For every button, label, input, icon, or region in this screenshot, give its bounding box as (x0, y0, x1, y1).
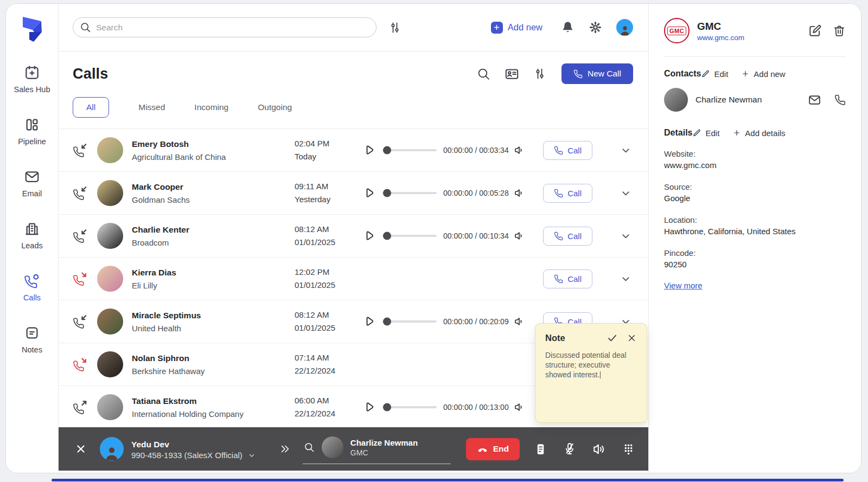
play-icon[interactable] (362, 229, 376, 243)
play-icon[interactable] (362, 400, 376, 414)
pencil-icon (701, 69, 710, 79)
seek-slider[interactable] (382, 235, 437, 237)
phone-icon (573, 69, 583, 79)
sidebar-item-label: Calls (23, 293, 41, 302)
play-icon[interactable] (362, 314, 376, 329)
confirm-check-icon[interactable] (607, 332, 618, 344)
play-icon[interactable] (362, 186, 376, 200)
dialpad-icon[interactable] (622, 442, 635, 456)
user-avatar[interactable] (616, 19, 633, 36)
slider-knob[interactable] (383, 232, 391, 240)
call-time: 08:12 AM (295, 223, 362, 236)
search-icon[interactable] (477, 67, 490, 81)
sidebar-item-notes[interactable]: Notes (22, 325, 42, 354)
edit-icon[interactable] (808, 24, 822, 38)
plus-icon (741, 69, 750, 78)
contact-avatar (97, 351, 123, 377)
slider-knob[interactable] (383, 189, 391, 197)
chevron-down-icon[interactable] (620, 230, 632, 242)
end-call-button[interactable]: End (466, 438, 520, 460)
sidebar-item-leads[interactable]: Leads (21, 221, 43, 250)
call-button[interactable]: Call (543, 227, 592, 246)
search-input[interactable] (73, 17, 376, 37)
call-target-field[interactable]: Charlize Newman GMC (303, 434, 451, 464)
filter-sliders-icon[interactable] (533, 67, 546, 80)
sidebar-item-label: Sales Hub (14, 85, 50, 94)
call-button[interactable]: Call (543, 269, 592, 288)
call-notes-icon[interactable] (534, 442, 547, 456)
sidebar-item-label: Email (22, 189, 42, 198)
company-website-link[interactable]: www.gmc.com (697, 34, 744, 42)
volume-icon[interactable] (514, 187, 526, 199)
volume-icon[interactable] (514, 401, 526, 413)
email-icon[interactable] (808, 93, 821, 107)
mic-muted-icon[interactable] (563, 442, 577, 456)
contact-name: Emery Botosh (132, 138, 295, 151)
play-icon[interactable] (362, 143, 376, 157)
close-icon[interactable] (75, 443, 87, 455)
details-add-button[interactable]: Add details (732, 128, 785, 138)
volume-icon[interactable] (514, 230, 526, 242)
incoming-call-icon (73, 314, 87, 329)
speaker-icon[interactable] (592, 442, 607, 457)
tab-missed[interactable]: Missed (138, 102, 165, 112)
tab-outgoing[interactable]: Outgoing (258, 102, 292, 112)
contact-company: Eli Lilly (132, 280, 295, 291)
note-textarea[interactable]: Discussed potential deal structure; exec… (545, 351, 632, 381)
call-button[interactable]: Call (543, 141, 592, 160)
trash-icon[interactable] (833, 24, 846, 37)
sidebar-item-email[interactable]: Email (22, 169, 42, 198)
recording-player: 00:00:00 / 00:13:00 (362, 400, 532, 414)
contact-name: Mark Cooper (132, 181, 295, 194)
expand-double-chevron-icon[interactable] (279, 443, 291, 455)
agent-name: Yedu Dev (131, 438, 256, 451)
settings-gear-icon[interactable] (589, 21, 602, 34)
seek-slider[interactable] (382, 192, 437, 194)
topbar-actions: Add new (491, 19, 633, 36)
slider-knob[interactable] (383, 318, 391, 326)
chevron-down-icon[interactable] (620, 144, 632, 157)
call-button[interactable]: Call (543, 184, 592, 203)
chevron-down-icon[interactable] (620, 273, 632, 285)
volume-icon[interactable] (514, 316, 526, 327)
details-edit-button[interactable]: Edit (692, 128, 719, 138)
call-time: 08:12 AM (295, 309, 362, 322)
volume-icon[interactable] (514, 144, 526, 156)
contact-name: Tatiana Ekstrom (132, 395, 295, 408)
notifications-bell-icon[interactable] (561, 21, 575, 34)
contact-name: Kierra Dias (132, 266, 295, 279)
contact-list-item[interactable]: Charlize Newman (664, 88, 846, 112)
agent-line-selector[interactable]: 990-458-1933 (SalesX Official) (131, 451, 256, 460)
sidebar-item-sales-hub[interactable]: Sales Hub (14, 65, 50, 94)
contacts-add-button[interactable]: Add new (741, 69, 785, 79)
tab-incoming[interactable]: Incoming (194, 102, 228, 112)
contact-company: Berkshire Hathaway (132, 365, 295, 377)
contact-avatar (97, 223, 123, 249)
phone-icon[interactable] (834, 94, 846, 106)
seek-slider[interactable] (382, 320, 437, 323)
slider-knob[interactable] (383, 146, 391, 155)
new-call-button[interactable]: New Call (561, 63, 633, 84)
seek-slider[interactable] (382, 149, 437, 151)
contacts-edit-button[interactable]: Edit (701, 69, 728, 79)
add-new-button[interactable]: Add new (491, 22, 542, 34)
filter-sliders-icon[interactable] (388, 21, 401, 34)
sidebar-item-calls[interactable]: Calls (23, 273, 41, 302)
contact-card-icon[interactable] (505, 67, 519, 81)
sidebar-item-label: Pipeline (18, 137, 46, 146)
chevron-down-icon[interactable] (620, 187, 632, 200)
sidebar-item-pipeline[interactable]: Pipeline (18, 117, 46, 146)
close-icon[interactable] (627, 333, 637, 343)
tab-all[interactable]: All (73, 97, 109, 118)
outgoing-call-icon (73, 400, 87, 415)
call-controls (534, 442, 635, 457)
slider-knob[interactable] (383, 403, 391, 412)
view-more-link[interactable]: View more (664, 281, 703, 290)
seek-slider[interactable] (382, 406, 437, 408)
detail-field-source: Source: Google (664, 181, 846, 204)
envelope-icon (24, 169, 40, 185)
bottom-accent-bar (52, 479, 844, 481)
call-time: 12:02 PM (295, 266, 362, 279)
time-display: 00:00:00 / 00:13:00 (443, 403, 509, 412)
call-row: Emery BotoshAgricultural Bank of China 0… (59, 129, 648, 172)
